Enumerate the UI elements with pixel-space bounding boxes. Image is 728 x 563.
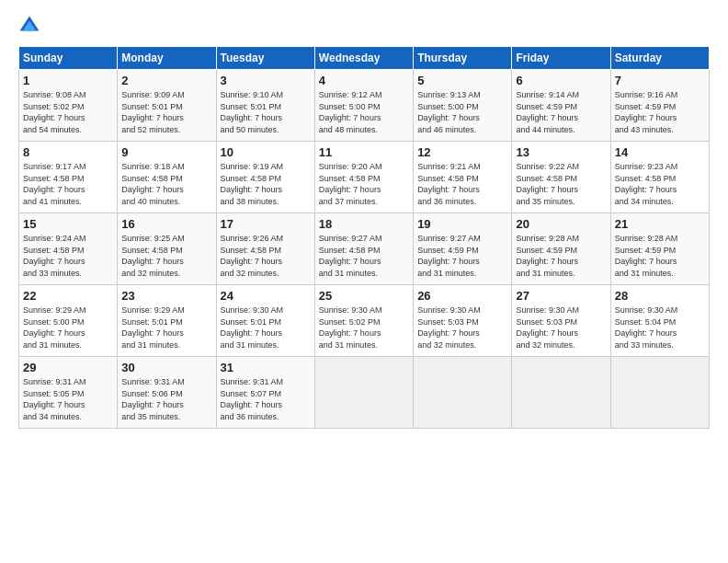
- calendar-week-row: 1Sunrise: 9:08 AM Sunset: 5:02 PM Daylig…: [19, 70, 710, 142]
- calendar-cell: 15Sunrise: 9:24 AM Sunset: 4:58 PM Dayli…: [19, 213, 118, 285]
- calendar-cell: 10Sunrise: 9:19 AM Sunset: 4:58 PM Dayli…: [216, 142, 314, 213]
- calendar-cell: 25Sunrise: 9:30 AM Sunset: 5:02 PM Dayli…: [314, 285, 413, 357]
- calendar-cell: 1Sunrise: 9:08 AM Sunset: 5:02 PM Daylig…: [19, 70, 118, 142]
- calendar-cell: [512, 357, 610, 429]
- day-number: 21: [615, 217, 705, 231]
- header-day: Thursday: [414, 47, 512, 70]
- day-info: Sunrise: 9:30 AM Sunset: 5:03 PM Dayligh…: [516, 304, 606, 350]
- calendar-cell: 21Sunrise: 9:28 AM Sunset: 4:59 PM Dayli…: [610, 213, 709, 285]
- calendar-cell: 13Sunrise: 9:22 AM Sunset: 4:58 PM Dayli…: [512, 142, 610, 213]
- day-info: Sunrise: 9:19 AM Sunset: 4:58 PM Dayligh…: [221, 161, 311, 207]
- day-number: 13: [516, 145, 606, 159]
- day-number: 27: [516, 289, 606, 303]
- calendar-cell: 4Sunrise: 9:12 AM Sunset: 5:00 PM Daylig…: [314, 70, 413, 142]
- calendar-cell: [414, 357, 512, 429]
- day-number: 4: [319, 74, 409, 87]
- day-info: Sunrise: 9:22 AM Sunset: 4:58 PM Dayligh…: [516, 161, 606, 207]
- calendar-cell: 19Sunrise: 9:27 AM Sunset: 4:59 PM Dayli…: [414, 213, 512, 285]
- header-day: Wednesday: [314, 47, 413, 70]
- calendar-week-row: 22Sunrise: 9:29 AM Sunset: 5:00 PM Dayli…: [19, 285, 710, 357]
- day-number: 18: [319, 217, 409, 231]
- day-info: Sunrise: 9:20 AM Sunset: 4:58 PM Dayligh…: [319, 161, 409, 207]
- calendar-cell: 6Sunrise: 9:14 AM Sunset: 4:59 PM Daylig…: [512, 70, 610, 142]
- calendar-cell: [314, 357, 413, 429]
- header-day: Sunday: [19, 47, 118, 70]
- day-number: 5: [417, 74, 507, 87]
- day-info: Sunrise: 9:16 AM Sunset: 4:59 PM Dayligh…: [615, 89, 705, 135]
- header-day: Saturday: [610, 47, 709, 70]
- calendar-cell: [610, 357, 709, 429]
- calendar-cell: 28Sunrise: 9:30 AM Sunset: 5:04 PM Dayli…: [610, 285, 709, 357]
- day-number: 19: [417, 217, 507, 231]
- day-info: Sunrise: 9:23 AM Sunset: 4:58 PM Dayligh…: [615, 161, 705, 207]
- day-number: 25: [319, 289, 409, 303]
- calendar-cell: 7Sunrise: 9:16 AM Sunset: 4:59 PM Daylig…: [610, 70, 709, 142]
- day-number: 15: [23, 217, 113, 231]
- calendar-cell: 17Sunrise: 9:26 AM Sunset: 4:58 PM Dayli…: [216, 213, 314, 285]
- day-number: 9: [121, 145, 211, 159]
- day-info: Sunrise: 9:12 AM Sunset: 5:00 PM Dayligh…: [319, 89, 409, 135]
- day-info: Sunrise: 9:13 AM Sunset: 5:00 PM Dayligh…: [417, 89, 507, 135]
- day-info: Sunrise: 9:29 AM Sunset: 5:00 PM Dayligh…: [23, 304, 113, 350]
- day-info: Sunrise: 9:31 AM Sunset: 5:05 PM Dayligh…: [23, 376, 113, 422]
- calendar-cell: 8Sunrise: 9:17 AM Sunset: 4:58 PM Daylig…: [19, 142, 118, 213]
- calendar-body: 1Sunrise: 9:08 AM Sunset: 5:02 PM Daylig…: [19, 70, 710, 429]
- day-info: Sunrise: 9:10 AM Sunset: 5:01 PM Dayligh…: [221, 89, 311, 135]
- day-info: Sunrise: 9:25 AM Sunset: 4:58 PM Dayligh…: [121, 233, 211, 279]
- calendar-cell: 22Sunrise: 9:29 AM Sunset: 5:00 PM Dayli…: [19, 285, 118, 357]
- day-info: Sunrise: 9:30 AM Sunset: 5:03 PM Dayligh…: [417, 304, 507, 350]
- day-number: 20: [516, 217, 606, 231]
- header-day: Tuesday: [216, 47, 314, 70]
- calendar-table: SundayMondayTuesdayWednesdayThursdayFrid…: [18, 46, 710, 429]
- day-number: 7: [615, 74, 705, 87]
- day-info: Sunrise: 9:09 AM Sunset: 5:01 PM Dayligh…: [121, 89, 211, 135]
- calendar-week-row: 29Sunrise: 9:31 AM Sunset: 5:05 PM Dayli…: [19, 357, 710, 429]
- calendar-cell: 30Sunrise: 9:31 AM Sunset: 5:06 PM Dayli…: [118, 357, 216, 429]
- day-info: Sunrise: 9:30 AM Sunset: 5:04 PM Dayligh…: [615, 304, 705, 350]
- logo: [18, 15, 44, 37]
- day-info: Sunrise: 9:14 AM Sunset: 4:59 PM Dayligh…: [516, 89, 606, 135]
- day-info: Sunrise: 9:30 AM Sunset: 5:01 PM Dayligh…: [221, 304, 311, 350]
- main-container: SundayMondayTuesdayWednesdayThursdayFrid…: [0, 0, 728, 438]
- calendar-week-row: 8Sunrise: 9:17 AM Sunset: 4:58 PM Daylig…: [19, 142, 710, 213]
- calendar-cell: 20Sunrise: 9:28 AM Sunset: 4:59 PM Dayli…: [512, 213, 610, 285]
- header-row: SundayMondayTuesdayWednesdayThursdayFrid…: [19, 47, 710, 70]
- calendar-week-row: 15Sunrise: 9:24 AM Sunset: 4:58 PM Dayli…: [19, 213, 710, 285]
- day-number: 24: [221, 289, 311, 303]
- calendar-cell: 12Sunrise: 9:21 AM Sunset: 4:58 PM Dayli…: [414, 142, 512, 213]
- calendar-cell: 16Sunrise: 9:25 AM Sunset: 4:58 PM Dayli…: [118, 213, 216, 285]
- calendar-cell: 23Sunrise: 9:29 AM Sunset: 5:01 PM Dayli…: [118, 285, 216, 357]
- calendar-cell: 24Sunrise: 9:30 AM Sunset: 5:01 PM Dayli…: [216, 285, 314, 357]
- calendar-cell: 14Sunrise: 9:23 AM Sunset: 4:58 PM Dayli…: [610, 142, 709, 213]
- day-info: Sunrise: 9:17 AM Sunset: 4:58 PM Dayligh…: [23, 161, 113, 207]
- header-day: Monday: [118, 47, 216, 70]
- day-info: Sunrise: 9:08 AM Sunset: 5:02 PM Dayligh…: [23, 89, 113, 135]
- day-number: 29: [23, 361, 113, 374]
- day-number: 3: [221, 74, 311, 87]
- day-number: 6: [516, 74, 606, 87]
- calendar-header: SundayMondayTuesdayWednesdayThursdayFrid…: [19, 47, 710, 70]
- day-number: 8: [23, 145, 113, 159]
- day-info: Sunrise: 9:28 AM Sunset: 4:59 PM Dayligh…: [516, 233, 606, 279]
- day-info: Sunrise: 9:18 AM Sunset: 4:58 PM Dayligh…: [121, 161, 211, 207]
- day-number: 17: [221, 217, 311, 231]
- day-number: 11: [319, 145, 409, 159]
- day-info: Sunrise: 9:21 AM Sunset: 4:58 PM Dayligh…: [417, 161, 507, 207]
- day-info: Sunrise: 9:30 AM Sunset: 5:02 PM Dayligh…: [319, 304, 409, 350]
- header-day: Friday: [512, 47, 610, 70]
- day-info: Sunrise: 9:31 AM Sunset: 5:06 PM Dayligh…: [121, 376, 211, 422]
- calendar-cell: 31Sunrise: 9:31 AM Sunset: 5:07 PM Dayli…: [216, 357, 314, 429]
- day-number: 2: [121, 74, 211, 87]
- day-info: Sunrise: 9:27 AM Sunset: 4:59 PM Dayligh…: [417, 233, 507, 279]
- calendar-cell: 18Sunrise: 9:27 AM Sunset: 4:58 PM Dayli…: [314, 213, 413, 285]
- calendar-cell: 11Sunrise: 9:20 AM Sunset: 4:58 PM Dayli…: [314, 142, 413, 213]
- day-info: Sunrise: 9:28 AM Sunset: 4:59 PM Dayligh…: [615, 233, 705, 279]
- calendar-cell: 26Sunrise: 9:30 AM Sunset: 5:03 PM Dayli…: [414, 285, 512, 357]
- day-info: Sunrise: 9:24 AM Sunset: 4:58 PM Dayligh…: [23, 233, 113, 279]
- day-number: 30: [121, 361, 211, 374]
- calendar-cell: 2Sunrise: 9:09 AM Sunset: 5:01 PM Daylig…: [118, 70, 216, 142]
- day-number: 28: [615, 289, 705, 303]
- day-number: 1: [23, 74, 113, 87]
- day-number: 12: [417, 145, 507, 159]
- day-info: Sunrise: 9:29 AM Sunset: 5:01 PM Dayligh…: [121, 304, 211, 350]
